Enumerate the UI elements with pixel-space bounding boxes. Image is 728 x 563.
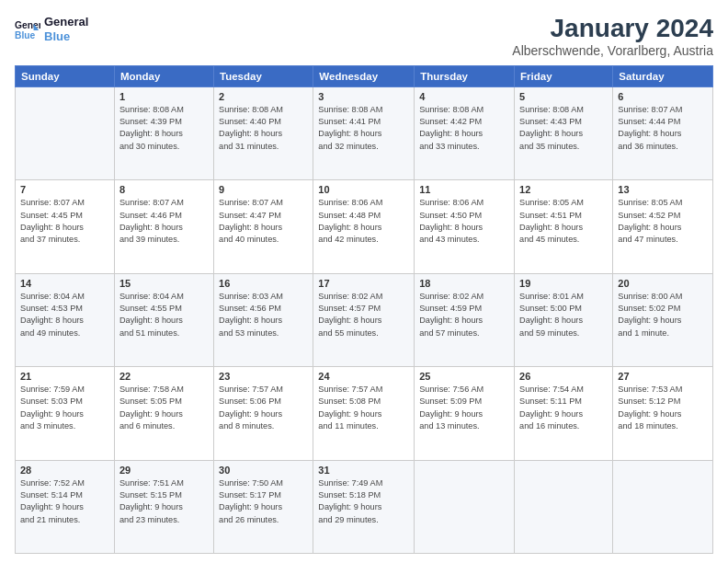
day-cell: 24Sunrise: 7:57 AMSunset: 5:08 PMDayligh…	[313, 367, 415, 460]
main-title: January 2024	[512, 15, 713, 43]
day-cell: 17Sunrise: 8:02 AMSunset: 4:57 PMDayligh…	[313, 273, 415, 366]
day-info: Sunrise: 7:56 AMSunset: 5:09 PMDaylight:…	[419, 384, 509, 432]
day-number: 18	[419, 278, 509, 289]
logo-icon: General Blue	[15, 17, 40, 42]
col-tuesday: Tuesday	[214, 65, 313, 86]
day-cell	[613, 460, 713, 553]
day-number: 22	[119, 371, 209, 382]
col-friday: Friday	[515, 65, 613, 86]
week-row-3: 14Sunrise: 8:04 AMSunset: 4:53 PMDayligh…	[16, 273, 713, 366]
day-number: 15	[119, 278, 209, 289]
week-row-1: 1Sunrise: 8:08 AMSunset: 4:39 PMDaylight…	[16, 86, 713, 179]
day-number: 10	[318, 184, 409, 195]
day-number: 3	[318, 91, 409, 102]
day-number: 27	[618, 371, 708, 382]
col-saturday: Saturday	[613, 65, 713, 86]
day-number: 6	[618, 91, 708, 102]
day-cell: 14Sunrise: 8:04 AMSunset: 4:53 PMDayligh…	[16, 273, 115, 366]
day-cell: 12Sunrise: 8:05 AMSunset: 4:51 PMDayligh…	[515, 180, 613, 273]
day-cell: 13Sunrise: 8:05 AMSunset: 4:52 PMDayligh…	[613, 180, 713, 273]
col-sunday: Sunday	[16, 65, 115, 86]
day-info: Sunrise: 8:06 AMSunset: 4:48 PMDaylight:…	[318, 197, 409, 246]
day-cell: 25Sunrise: 7:56 AMSunset: 5:09 PMDayligh…	[415, 367, 515, 460]
day-number: 8	[119, 184, 209, 195]
day-cell: 10Sunrise: 8:06 AMSunset: 4:48 PMDayligh…	[313, 180, 415, 273]
day-cell	[16, 86, 115, 179]
day-info: Sunrise: 8:08 AMSunset: 4:40 PMDaylight:…	[219, 104, 308, 153]
day-number: 1	[119, 91, 209, 102]
day-number: 29	[119, 465, 209, 476]
day-info: Sunrise: 7:54 AMSunset: 5:11 PMDaylight:…	[519, 384, 608, 432]
day-cell: 28Sunrise: 7:52 AMSunset: 5:14 PMDayligh…	[16, 460, 115, 553]
day-number: 17	[318, 278, 409, 289]
day-info: Sunrise: 8:01 AMSunset: 5:00 PMDaylight:…	[519, 291, 608, 339]
week-row-2: 7Sunrise: 8:07 AMSunset: 4:45 PMDaylight…	[16, 180, 713, 273]
day-number: 11	[419, 184, 509, 195]
day-cell: 9Sunrise: 8:07 AMSunset: 4:47 PMDaylight…	[214, 180, 313, 273]
day-number: 16	[219, 278, 308, 289]
day-cell: 22Sunrise: 7:58 AMSunset: 5:05 PMDayligh…	[114, 367, 213, 460]
day-cell: 18Sunrise: 8:02 AMSunset: 4:59 PMDayligh…	[415, 273, 515, 366]
day-number: 4	[419, 91, 509, 102]
week-row-5: 28Sunrise: 7:52 AMSunset: 5:14 PMDayligh…	[16, 460, 713, 553]
day-cell: 23Sunrise: 7:57 AMSunset: 5:06 PMDayligh…	[214, 367, 313, 460]
week-row-4: 21Sunrise: 7:59 AMSunset: 5:03 PMDayligh…	[16, 367, 713, 460]
day-number: 12	[519, 184, 608, 195]
day-cell: 30Sunrise: 7:50 AMSunset: 5:17 PMDayligh…	[214, 460, 313, 553]
day-info: Sunrise: 7:59 AMSunset: 5:03 PMDaylight:…	[20, 384, 109, 432]
day-number: 23	[219, 371, 308, 382]
day-cell: 21Sunrise: 7:59 AMSunset: 5:03 PMDayligh…	[16, 367, 115, 460]
day-info: Sunrise: 8:05 AMSunset: 4:51 PMDaylight:…	[519, 197, 608, 246]
day-cell: 5Sunrise: 8:08 AMSunset: 4:43 PMDaylight…	[515, 86, 613, 179]
calendar-table: Sunday Monday Tuesday Wednesday Thursday…	[15, 65, 713, 554]
day-cell: 19Sunrise: 8:01 AMSunset: 5:00 PMDayligh…	[515, 273, 613, 366]
day-info: Sunrise: 8:05 AMSunset: 4:52 PMDaylight:…	[618, 197, 708, 246]
day-info: Sunrise: 7:51 AMSunset: 5:15 PMDaylight:…	[119, 477, 209, 526]
day-cell: 15Sunrise: 8:04 AMSunset: 4:55 PMDayligh…	[114, 273, 213, 366]
page: General Blue General Blue January 2024 A…	[0, 0, 728, 563]
day-info: Sunrise: 8:07 AMSunset: 4:46 PMDaylight:…	[119, 197, 209, 246]
svg-text:Blue: Blue	[15, 30, 36, 40]
day-info: Sunrise: 7:53 AMSunset: 5:12 PMDaylight:…	[618, 384, 708, 432]
day-cell: 16Sunrise: 8:03 AMSunset: 4:56 PMDayligh…	[214, 273, 313, 366]
day-info: Sunrise: 8:08 AMSunset: 4:41 PMDaylight:…	[318, 104, 409, 153]
day-info: Sunrise: 8:08 AMSunset: 4:43 PMDaylight:…	[519, 104, 608, 153]
day-info: Sunrise: 8:07 AMSunset: 4:45 PMDaylight:…	[20, 197, 109, 246]
day-cell: 26Sunrise: 7:54 AMSunset: 5:11 PMDayligh…	[515, 367, 613, 460]
col-monday: Monday	[114, 65, 213, 86]
day-cell: 27Sunrise: 7:53 AMSunset: 5:12 PMDayligh…	[613, 367, 713, 460]
day-number: 24	[318, 371, 409, 382]
day-cell	[515, 460, 613, 553]
subtitle: Alberschwende, Vorarlberg, Austria	[512, 43, 713, 58]
logo: General Blue General Blue	[15, 15, 88, 43]
day-number: 31	[318, 465, 409, 476]
day-cell: 20Sunrise: 8:00 AMSunset: 5:02 PMDayligh…	[613, 273, 713, 366]
day-number: 25	[419, 371, 509, 382]
logo-line1: General	[44, 15, 88, 29]
day-cell	[415, 460, 515, 553]
day-cell: 7Sunrise: 8:07 AMSunset: 4:45 PMDaylight…	[16, 180, 115, 273]
day-info: Sunrise: 8:07 AMSunset: 4:44 PMDaylight:…	[618, 104, 708, 153]
day-cell: 2Sunrise: 8:08 AMSunset: 4:40 PMDaylight…	[214, 86, 313, 179]
day-info: Sunrise: 8:04 AMSunset: 4:53 PMDaylight:…	[20, 291, 109, 339]
day-cell: 4Sunrise: 8:08 AMSunset: 4:42 PMDaylight…	[415, 86, 515, 179]
col-thursday: Thursday	[415, 65, 515, 86]
day-number: 14	[20, 278, 109, 289]
col-wednesday: Wednesday	[313, 65, 415, 86]
day-info: Sunrise: 7:52 AMSunset: 5:14 PMDaylight:…	[20, 477, 109, 526]
day-cell: 1Sunrise: 8:08 AMSunset: 4:39 PMDaylight…	[114, 86, 213, 179]
day-number: 26	[519, 371, 608, 382]
day-number: 7	[20, 184, 109, 195]
day-cell: 8Sunrise: 8:07 AMSunset: 4:46 PMDaylight…	[114, 180, 213, 273]
day-info: Sunrise: 8:04 AMSunset: 4:55 PMDaylight:…	[119, 291, 209, 339]
day-number: 21	[20, 371, 109, 382]
day-info: Sunrise: 8:08 AMSunset: 4:39 PMDaylight:…	[119, 104, 209, 153]
day-number: 2	[219, 91, 308, 102]
day-info: Sunrise: 8:06 AMSunset: 4:50 PMDaylight:…	[419, 197, 509, 246]
day-info: Sunrise: 7:57 AMSunset: 5:08 PMDaylight:…	[318, 384, 409, 432]
day-number: 19	[519, 278, 608, 289]
day-info: Sunrise: 7:57 AMSunset: 5:06 PMDaylight:…	[219, 384, 308, 432]
day-number: 20	[618, 278, 708, 289]
day-info: Sunrise: 8:08 AMSunset: 4:42 PMDaylight:…	[419, 104, 509, 153]
day-number: 28	[20, 465, 109, 476]
